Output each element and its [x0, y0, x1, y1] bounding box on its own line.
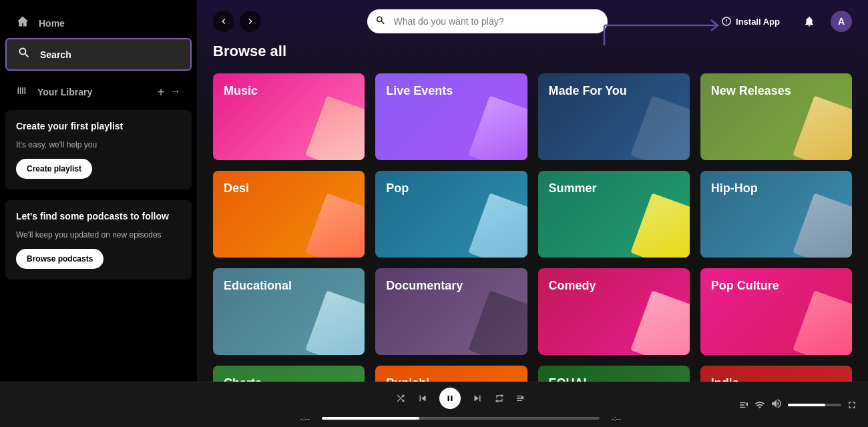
browse-card-title-documentary: Documentary: [386, 279, 463, 294]
fullscreen-button[interactable]: [847, 400, 857, 410]
search-icon: [375, 15, 386, 28]
browse-card-title-summer: Summer: [549, 181, 597, 196]
browse-card-documentary[interactable]: Documentary: [375, 268, 527, 355]
home-icon: [16, 15, 29, 31]
progress-bar-container: -:-- -:--: [294, 414, 628, 422]
shuffle-button[interactable]: [395, 393, 406, 404]
browse-card-art-summer: [630, 193, 690, 258]
expand-library-icon[interactable]: →: [170, 85, 181, 99]
browse-card-comedy[interactable]: Comedy: [538, 268, 690, 355]
browse-card-live-events[interactable]: Live Events: [375, 73, 527, 160]
avatar-letter: A: [838, 16, 845, 27]
repeat-button[interactable]: [494, 393, 505, 404]
library-label: Your Library: [37, 87, 92, 97]
back-button[interactable]: [213, 11, 234, 32]
add-library-icon[interactable]: +: [157, 85, 165, 99]
search-input[interactable]: [367, 9, 608, 33]
player-bar: -:-- -:--: [0, 382, 868, 427]
create-playlist-desc: It's easy, we'll help you: [16, 139, 181, 151]
library-header: Your Library + →: [0, 73, 197, 105]
total-time: -:--: [605, 414, 628, 422]
browse-card-title-equal: EQUAL: [549, 376, 591, 382]
browse-card-title-music: Music: [224, 84, 258, 99]
avatar[interactable]: A: [831, 11, 852, 32]
play-pause-button[interactable]: [439, 388, 461, 409]
volume-button[interactable]: [771, 398, 783, 412]
browse-card-summer[interactable]: Summer: [538, 171, 690, 258]
browse-card-title-desi: Desi: [224, 181, 249, 196]
home-label: Home: [39, 18, 65, 29]
sidebar-item-search[interactable]: Search: [5, 38, 192, 71]
lyrics-button[interactable]: [515, 393, 526, 404]
volume-fill: [788, 404, 825, 406]
browse-card-art-new-releases: [793, 95, 852, 160]
browse-card-art-hip-hop: [793, 193, 852, 258]
browse-title: Browse all: [213, 43, 852, 60]
main-wrapper: Install App A Browse all MusicLive Event…: [197, 0, 868, 382]
browse-card-music[interactable]: Music: [213, 73, 365, 160]
skip-back-button[interactable]: [417, 392, 429, 404]
browse-card-educational[interactable]: Educational: [213, 268, 365, 355]
browse-card-pop-culture[interactable]: Pop Culture: [700, 268, 852, 355]
volume-bar[interactable]: [788, 404, 841, 406]
browse-card-art-educational: [306, 290, 365, 355]
browse-section: Browse all MusicLive EventsMade For YouN…: [197, 43, 868, 382]
find-podcasts-desc: We'll keep you updated on new episodes: [16, 230, 181, 241]
topbar-left: [213, 11, 261, 32]
browse-podcasts-button[interactable]: Browse podcasts: [16, 249, 103, 269]
browse-card-art-live-events: [468, 95, 527, 160]
browse-card-indie[interactable]: Indie: [700, 366, 852, 382]
notification-button[interactable]: [799, 11, 820, 32]
forward-button[interactable]: [240, 11, 261, 32]
browse-card-title-educational: Educational: [224, 279, 292, 294]
sidebar-nav: Home Search: [0, 5, 197, 73]
browse-card-pop[interactable]: Pop: [375, 171, 527, 258]
search-bar: [367, 9, 608, 33]
player-center: -:-- -:--: [294, 388, 628, 422]
player-controls: [395, 388, 526, 409]
skip-forward-button[interactable]: [471, 392, 483, 404]
search-label: Search: [40, 49, 71, 60]
browse-card-title-pop-culture: Pop Culture: [711, 279, 779, 294]
browse-card-art-pop-culture: [793, 290, 852, 355]
library-nav-item[interactable]: Your Library: [16, 84, 92, 99]
browse-card-new-releases[interactable]: New Releases: [700, 73, 852, 160]
browse-card-hip-hop[interactable]: Hip-Hop: [700, 171, 852, 258]
library-actions: + →: [157, 85, 181, 99]
browse-card-desi[interactable]: Desi: [213, 171, 365, 258]
sidebar: Home Search Your Library: [0, 0, 197, 382]
install-app-button[interactable]: Install App: [713, 12, 788, 31]
browse-card-art-desi: [306, 193, 365, 258]
browse-card-title-live-events: Live Events: [386, 84, 453, 99]
find-podcasts-section: Let's find some podcasts to follow We'll…: [5, 200, 192, 280]
browse-card-punjabi[interactable]: Punjabi: [375, 366, 527, 382]
library-icon: [16, 84, 29, 99]
browse-card-title-indie: Indie: [711, 376, 739, 382]
create-playlist-title: Create your first playlist: [16, 121, 181, 131]
browse-card-art-documentary: [468, 290, 527, 355]
browse-card-title-punjabi: Punjabi: [386, 376, 429, 382]
browse-card-art-comedy: [630, 290, 690, 355]
install-app-label: Install App: [736, 17, 780, 27]
browse-card-made-for-you[interactable]: Made For You: [538, 73, 690, 160]
progress-track[interactable]: [322, 417, 600, 420]
create-playlist-button[interactable]: Create playlist: [16, 159, 92, 179]
browse-card-title-comedy: Comedy: [549, 279, 596, 294]
create-playlist-section: Create your first playlist It's easy, we…: [5, 110, 192, 189]
devices-button[interactable]: [754, 400, 765, 410]
search-nav-icon: [17, 46, 31, 63]
browse-card-equal[interactable]: EQUAL: [538, 366, 690, 382]
current-time: -:--: [294, 414, 316, 422]
queue-button[interactable]: [738, 400, 749, 410]
main-content: Install App A Browse all MusicLive Event…: [197, 0, 868, 382]
browse-card-charts[interactable]: Charts: [213, 366, 365, 382]
browse-card-title-new-releases: New Releases: [711, 84, 791, 99]
topbar: Install App A: [197, 0, 868, 43]
browse-card-title-hip-hop: Hip-Hop: [711, 181, 758, 196]
progress-fill: [322, 417, 419, 420]
browse-card-art-pop: [468, 193, 527, 258]
sidebar-item-home[interactable]: Home: [5, 8, 192, 38]
player-right: [724, 398, 857, 412]
browse-card-art-made-for-you: [630, 95, 690, 160]
topbar-right: Install App A: [713, 11, 852, 32]
